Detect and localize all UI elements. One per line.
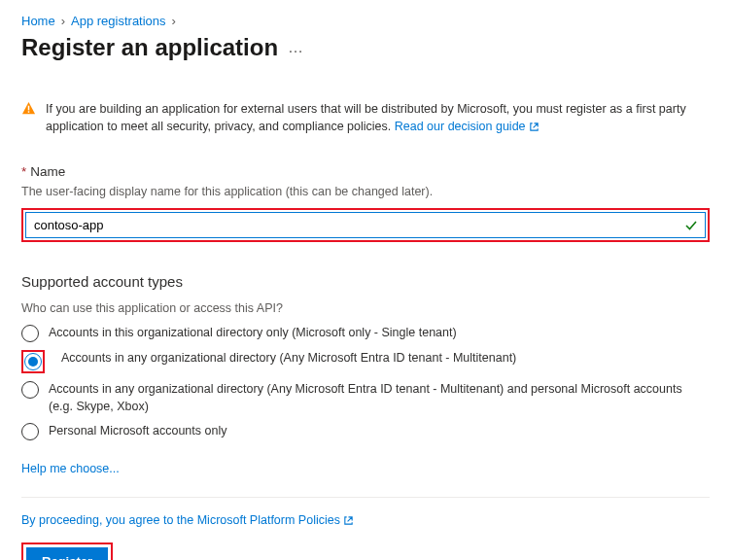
- account-type-option-1[interactable]: Accounts in any organizational directory…: [21, 350, 710, 373]
- platform-policies-link[interactable]: Microsoft Platform Policies: [197, 513, 355, 527]
- radio-icon[interactable]: [21, 381, 39, 399]
- name-label: *Name: [21, 164, 710, 179]
- account-types-heading: Supported account types: [21, 273, 710, 290]
- more-actions-button[interactable]: …: [288, 39, 304, 56]
- divider: [21, 497, 710, 498]
- radio-icon[interactable]: [21, 325, 39, 342]
- register-button-highlight: Register: [21, 542, 113, 560]
- breadcrumb-app-registrations[interactable]: App registrations: [71, 14, 166, 28]
- name-input-highlight: [21, 208, 710, 242]
- info-banner: If you are building an application for e…: [21, 100, 710, 137]
- chevron-right-icon: ›: [61, 14, 65, 28]
- svg-rect-1: [28, 111, 30, 113]
- radio-label: Accounts in any organizational directory…: [61, 350, 516, 368]
- account-type-option-0[interactable]: Accounts in this organizational director…: [21, 325, 710, 342]
- breadcrumb-home[interactable]: Home: [21, 14, 55, 28]
- name-description: The user-facing display name for this ap…: [21, 185, 710, 198]
- radio-label: Accounts in this organizational director…: [49, 325, 457, 342]
- help-me-choose-link[interactable]: Help me choose...: [21, 462, 120, 475]
- external-link-icon: [343, 515, 354, 529]
- radio-highlight: [21, 350, 45, 373]
- decision-guide-link[interactable]: Read our decision guide: [395, 120, 540, 133]
- warning-icon: [21, 100, 36, 116]
- external-link-icon: [529, 120, 540, 137]
- radio-icon[interactable]: [24, 353, 42, 370]
- account-type-option-2[interactable]: Accounts in any organizational directory…: [21, 381, 710, 415]
- radio-label: Accounts in any organizational directory…: [49, 381, 710, 415]
- info-text: If you are building an application for e…: [46, 102, 686, 133]
- radio-label: Personal Microsoft accounts only: [49, 423, 226, 440]
- account-types-question: Who can use this application or access t…: [21, 301, 710, 315]
- register-button[interactable]: Register: [26, 547, 108, 560]
- check-icon: [684, 219, 698, 232]
- page-title: Register an application: [21, 34, 278, 61]
- radio-icon[interactable]: [21, 423, 39, 440]
- account-type-option-3[interactable]: Personal Microsoft accounts only: [21, 423, 710, 440]
- svg-rect-0: [28, 106, 30, 111]
- name-input[interactable]: [25, 212, 706, 238]
- chevron-right-icon: ›: [172, 14, 176, 28]
- required-asterisk: *: [21, 164, 26, 179]
- breadcrumb: Home › App registrations ›: [21, 14, 710, 28]
- agree-text: By proceeding, you agree to the Microsof…: [21, 513, 710, 529]
